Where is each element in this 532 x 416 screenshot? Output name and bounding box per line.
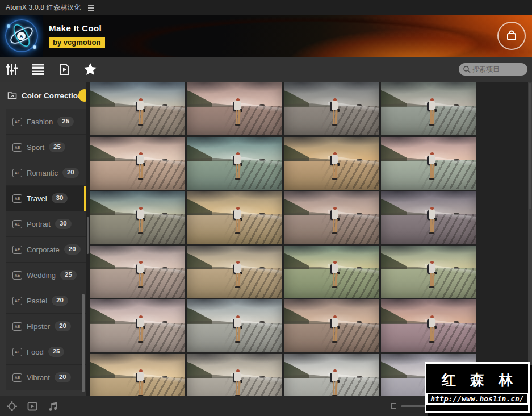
preset-thumbnail-20[interactable] [381,299,476,352]
ae-file-icon: AE [12,220,22,228]
grid-scrollbar-thumb[interactable] [529,83,531,209]
sidebar-item-label: Corporate [27,246,60,254]
preset-thumbnail-11[interactable] [284,191,379,244]
watermark-title: 红 森 林 [437,371,518,389]
preset-count-badge: 30 [52,193,68,203]
grid-left-scrollbar-thumb[interactable] [87,217,89,254]
sidebar-item-fashion[interactable]: AE Fashion 25 [6,109,86,135]
store-button[interactable] [497,22,526,50]
preset-thumbnail-6[interactable] [187,137,282,190]
preset-thumbnail-23[interactable] [284,354,379,396]
sidebar-item-label: Hipster [27,322,50,331]
preset-thumbnail-3[interactable] [284,82,379,135]
atomx-logo[interactable]: A [0,15,43,57]
preset-thumbnail-10[interactable] [187,191,282,244]
category-title: Color Correction [22,91,82,100]
watermark: 红 森 林 http://www.hoslin.cn/ [425,362,530,413]
sidebar-item-label: Wedding [27,271,56,280]
preset-thumbnail-13[interactable] [90,246,185,298]
preset-thumbnail-22[interactable] [187,354,282,396]
preset-thumbnail-21[interactable] [90,354,185,396]
ae-file-icon: AE [12,348,22,356]
sidebar-item-label: Fashion [27,118,53,126]
logo-orbit-dot [33,45,36,49]
content-area: Color Correction AE Fashion 25 AE Sport … [0,82,532,396]
music-note-icon[interactable] [47,400,59,413]
preset-count-badge: 20 [64,244,81,255]
logo-core-letter: A [17,32,26,40]
preset-count-badge: 20 [55,372,71,382]
title-bar: AtomX 3.0.8 红森林汉化 [0,0,532,15]
favorites-star-icon[interactable] [83,62,98,77]
category-sidebar: Color Correction AE Fashion 25 AE Sport … [0,82,86,396]
preset-grid [90,82,477,396]
thumb-size-small-icon[interactable] [391,403,396,409]
preset-thumbnail-1[interactable] [90,82,185,135]
category-list: AE Fashion 25 AE Sport 25 AE Romantic 20… [6,109,86,390]
grid-scrollbar-track[interactable] [528,82,532,396]
preset-count-badge: 20 [55,321,71,331]
toolbar [0,57,532,82]
sidebar-item-label: Portrait [27,220,51,228]
ae-file-icon: AE [12,271,22,280]
preset-thumbnail-12[interactable] [381,191,476,244]
preset-count-badge: 25 [60,270,77,280]
sidebar-item-vibrant[interactable]: AE Vibrant 20 [6,365,86,390]
search-box [459,63,527,76]
preset-thumbnail-14[interactable] [187,246,282,298]
orbit-view-icon[interactable] [6,400,18,413]
ae-file-icon: AE [12,246,22,254]
sidebar-item-food[interactable]: AE Food 25 [6,339,86,365]
sidebar-scrollbar-thumb[interactable] [82,294,85,392]
preset-count-badge: 25 [57,117,74,127]
filter-sliders-icon[interactable] [5,62,19,77]
watermark-url: http://www.hoslin.cn/ [426,393,527,405]
preset-thumbnail-15[interactable] [284,246,379,298]
sidebar-item-romantic[interactable]: AE Romantic 20 [6,160,86,186]
panel-menu-icon[interactable] [88,5,94,11]
sidebar-item-sport[interactable]: AE Sport 25 [6,135,86,160]
preset-list-icon[interactable] [31,62,45,77]
preset-count-badge: 20 [62,168,79,178]
sidebar-item-portrait[interactable]: AE Portrait 30 [6,211,86,237]
ae-file-icon: AE [12,373,22,382]
preset-thumbnail-5[interactable] [90,137,185,190]
video-preview-icon[interactable] [26,400,39,413]
ae-file-icon: AE [12,297,22,305]
preset-thumbnail-18[interactable] [187,299,282,352]
category-header[interactable]: Color Correction [0,82,86,109]
pack-banner: A Make It Cool by vcgmotion [0,15,532,57]
category-count-badge [78,89,86,102]
preset-thumbnail-19[interactable] [284,299,379,352]
sidebar-item-label: Vibrant [27,373,50,382]
preset-thumbnail-9[interactable] [90,191,185,244]
project-file-icon[interactable] [57,62,72,77]
preset-thumbnail-16[interactable] [381,246,476,298]
sidebar-item-label: Romantic [27,169,58,177]
sidebar-item-label: Food [27,348,44,356]
sidebar-item-hipster[interactable]: AE Hipster 20 [6,314,86,339]
preset-thumbnail-2[interactable] [187,82,282,135]
preset-thumbnail-4[interactable] [381,82,476,135]
sidebar-item-wedding[interactable]: AE Wedding 25 [6,263,86,288]
sidebar-item-pastel[interactable]: AE Pastel 20 [6,288,86,314]
folder-back-icon [7,91,17,100]
pack-title: Make It Cool [49,23,105,33]
author-badge[interactable]: by vcgmotion [49,37,105,48]
preset-grid-area [86,82,532,396]
preset-count-badge: 25 [48,347,65,357]
preset-thumbnail-7[interactable] [284,137,379,190]
ae-file-icon: AE [12,322,22,331]
preset-count-badge: 30 [55,219,72,229]
sidebar-item-travel[interactable]: AE Travel 30 [6,186,86,211]
preset-count-badge: 20 [52,296,68,306]
sidebar-item-corporate[interactable]: AE Corporate 20 [6,237,86,263]
preset-thumbnail-8[interactable] [381,137,476,190]
sidebar-item-label: Travel [27,194,47,203]
logo-orbit-dot [7,24,10,28]
sidebar-item-label: Sport [27,143,44,152]
search-input[interactable] [459,63,527,76]
ae-file-icon: AE [12,118,22,126]
preset-thumbnail-17[interactable] [90,299,185,352]
atomx-panel: AtomX 3.0.8 红森林汉化 A Make It Cool by vcgm… [0,0,532,416]
